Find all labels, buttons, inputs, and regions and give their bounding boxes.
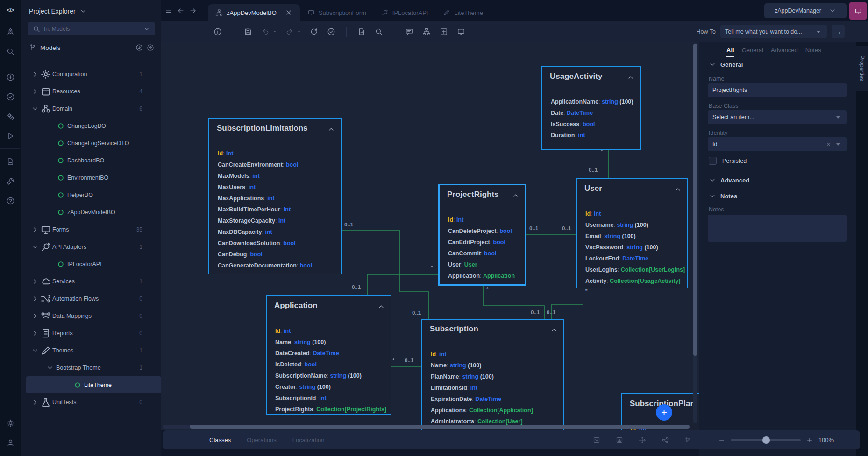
sidebar-item-changelogbo[interactable]: ChangeLogBO: [21, 117, 161, 134]
class-attribute[interactable]: SubscriptionId: int: [275, 393, 388, 404]
sidebar-item-forms[interactable]: Forms35: [21, 221, 161, 238]
sidebar-item-domain[interactable]: Domain6: [21, 100, 161, 117]
expand-all-icon[interactable]: [147, 44, 154, 51]
sidebar-item-changelogservicedto[interactable]: ChangeLogServiceDTO: [21, 134, 161, 152]
collapse-icon[interactable]: [377, 303, 385, 310]
zoom-in-icon[interactable]: [806, 437, 813, 443]
class-application[interactable]: Application Id: int Name: string (100) D…: [266, 295, 391, 415]
class-attribute[interactable]: CanDeleteProject: bool: [448, 225, 522, 237]
persisted-checkbox-row[interactable]: Persisted: [709, 157, 747, 165]
notes-textarea[interactable]: [708, 215, 847, 242]
check-circle-button[interactable]: [327, 28, 335, 36]
monitor-button[interactable]: [457, 28, 465, 36]
class-attribute[interactable]: DateCreated: DateTime: [275, 348, 388, 359]
name-input[interactable]: ProjectRights: [708, 83, 847, 97]
class-subscription[interactable]: Subscription Id: int Name: string (100) …: [421, 319, 564, 430]
sun-icon[interactable]: [6, 418, 15, 428]
project-explorer-header[interactable]: Project Explorer: [29, 7, 87, 15]
undo-button[interactable]: [261, 28, 270, 36]
checkbox-unchecked-icon[interactable]: [709, 157, 717, 165]
identity-select[interactable]: Id ✕: [708, 137, 847, 151]
zoom-out-icon[interactable]: [719, 437, 725, 443]
rocket-icon[interactable]: [6, 27, 15, 36]
tab-iplocatorapi[interactable]: IPLocatorAPI: [374, 4, 436, 21]
class-attribute[interactable]: ApplicationName: string (100): [551, 96, 637, 107]
panel-tab-general[interactable]: General: [742, 47, 763, 57]
help-icon[interactable]: [6, 196, 15, 205]
general-section-header[interactable]: General: [709, 61, 743, 68]
class-attribute[interactable]: IsSuccess: bool: [551, 119, 637, 130]
export-button[interactable]: [357, 28, 366, 36]
sidebar-item-resources[interactable]: Resources4: [21, 83, 161, 100]
tab-zappdevmodelbo[interactable]: zAppDevModelBO: [208, 4, 300, 21]
class-attribute[interactable]: Id: int: [218, 148, 338, 159]
caret-down-icon[interactable]: [273, 30, 277, 34]
sidebar-item-configuration[interactable]: Configuration1: [21, 65, 161, 83]
manager-dropdown[interactable]: zAppDevManager: [764, 3, 847, 18]
close-icon[interactable]: [285, 9, 292, 16]
class-subscriptionlimitations[interactable]: SubscriptionLimitations Id: int CanCreat…: [208, 118, 342, 274]
class-attribute[interactable]: LimitationsId: int: [431, 382, 561, 393]
class-attribute[interactable]: Creator: string (100): [275, 381, 388, 393]
class-attribute[interactable]: Id: int: [431, 349, 561, 360]
class-attribute[interactable]: CanCreateEnvironment: bool: [218, 159, 338, 170]
class-attribute[interactable]: ExpirationDate: DateTime: [431, 393, 561, 405]
play-icon[interactable]: [6, 131, 15, 140]
class-attribute[interactable]: Date: DateTime: [551, 107, 637, 119]
class-attribute[interactable]: Activity: Collection[UsageActivity]: [585, 275, 684, 287]
menu-icon[interactable]: [165, 7, 172, 14]
properties-side-tab[interactable]: Properties: [856, 46, 868, 91]
collapse-icon[interactable]: [512, 192, 519, 199]
class-attribute[interactable]: ProjectRights: Collection[ProjectRights]: [275, 404, 388, 415]
class-attribute[interactable]: SubscriptionName: string (100): [275, 370, 388, 381]
plus-square-button[interactable]: [440, 28, 448, 36]
bottom-tab-operations[interactable]: Operations: [247, 436, 277, 443]
class-attribute[interactable]: Name: string (100): [275, 337, 388, 348]
class-attribute[interactable]: MaxBuildTimePerHour: int: [218, 204, 338, 215]
class-attribute[interactable]: Applications: Collection[Application]: [431, 405, 561, 416]
person-icon[interactable]: [6, 438, 15, 447]
back-arrow-icon[interactable]: [177, 7, 185, 14]
canvas-vertical-scrollbar[interactable]: [693, 43, 697, 423]
class-usageactivity[interactable]: UsageActivity ApplicationName: string (1…: [541, 66, 641, 150]
class-attribute[interactable]: MaxModels: int: [218, 170, 338, 182]
comment-button[interactable]: [405, 28, 413, 36]
class-attribute[interactable]: Application: Application: [448, 270, 522, 281]
sidebar-item-litetheme[interactable]: LiteTheme: [26, 376, 161, 393]
sitemap-button[interactable]: [422, 28, 431, 36]
class-attribute[interactable]: UserLogins: Collection[UserLogins]: [585, 264, 684, 275]
refresh-button[interactable]: [310, 28, 318, 36]
sidebar-item-environmentbo[interactable]: EnvironmentBO: [21, 169, 161, 186]
class-attribute[interactable]: Duration: int: [551, 130, 637, 141]
howto-dropdown[interactable]: Tell me what you want to do...: [720, 25, 827, 38]
class-attribute[interactable]: MaxStorageCapacity: int: [218, 215, 338, 226]
wrench-icon[interactable]: [6, 176, 15, 186]
sidebar-item-unittests[interactable]: UnitTests0: [21, 393, 161, 411]
sidebar-item-themes[interactable]: Themes1: [21, 342, 161, 359]
clear-icon[interactable]: ✕: [826, 141, 831, 147]
redo-button[interactable]: [285, 28, 294, 36]
howto-go-button[interactable]: →: [832, 25, 845, 38]
class-attribute[interactable]: MaxApplications: int: [218, 193, 338, 204]
notes-section-header[interactable]: Notes: [709, 192, 737, 200]
class-attribute[interactable]: IsDeleted: bool: [275, 359, 388, 370]
collapse-icon[interactable]: [327, 126, 335, 133]
class-user[interactable]: User Id: int Username: string (100) Emai…: [576, 178, 688, 288]
class-attribute[interactable]: Email: string (100): [585, 231, 684, 242]
check-circle-icon[interactable]: [6, 92, 15, 101]
sidebar-item-zappdevmodelbo[interactable]: zAppDevModelBO: [21, 203, 161, 221]
sidebar-search-input[interactable]: In: Models: [28, 22, 155, 35]
class-projectrights[interactable]: ProjectRights Id: int CanDeleteProject: …: [438, 184, 526, 286]
class-attribute[interactable]: LockoutEnd: DateTime: [585, 253, 684, 264]
sidebar-item-helperbo[interactable]: HelperBO: [21, 186, 161, 203]
advanced-section-header[interactable]: Advanced: [709, 176, 749, 184]
move-button[interactable]: [638, 436, 646, 444]
association-line[interactable]: [367, 274, 438, 295]
diagram-canvas[interactable]: UsageActivity ApplicationName: string (1…: [161, 42, 699, 430]
panel-tab-all[interactable]: All: [726, 47, 734, 57]
class-attribute[interactable]: CanDownloadSolution: bool: [218, 238, 338, 249]
class-attribute[interactable]: Id: int: [275, 325, 388, 337]
gears-icon[interactable]: [6, 112, 15, 121]
box-tri-up-button[interactable]: [615, 436, 623, 444]
class-attribute[interactable]: CanEditProject: bool: [448, 237, 522, 248]
